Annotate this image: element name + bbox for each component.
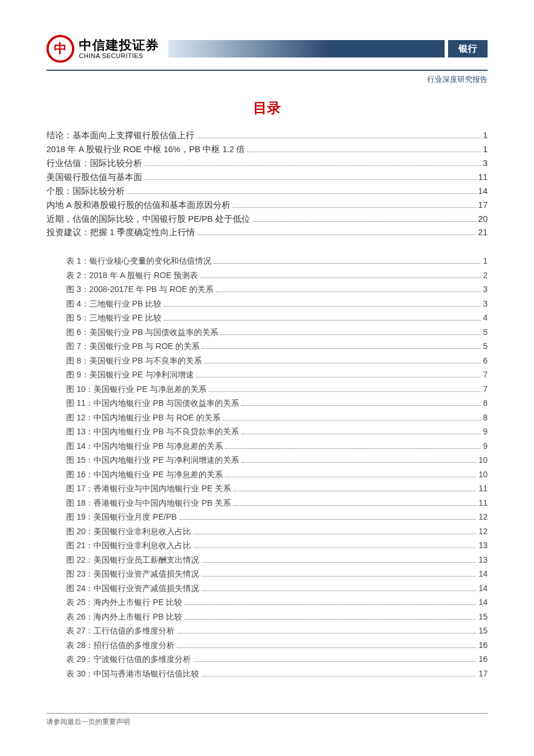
toc-section-figures: 表 1：银行业核心变量的变化和估值情况1表 2：2018 年 A 股银行 ROE… (46, 254, 488, 681)
toc-entry-label: 内地 A 股和港股银行股的估值和基本面原因分析 (46, 199, 230, 213)
toc-entry-label: 图 3：2008-2017E 年 PB 与 ROE 的关系 (66, 282, 214, 297)
toc-entry[interactable]: 图 17：香港银行业与中国内地银行业 PE 关系11 (66, 481, 488, 496)
toc-entry[interactable]: 投资建议：把握 1 季度确定性向上行情21 (46, 226, 488, 240)
company-name: 中信建投证券 CHINA SECURITIES (79, 38, 159, 59)
toc-entry[interactable]: 图 18：香港银行业与中国内地银行业 PB 关系11 (66, 496, 488, 510)
toc-entry-label: 图 5：三地银行业 PE 比较 (66, 311, 161, 325)
toc-entry[interactable]: 图 6：美国银行业 PB 与国债收益率的关系5 (66, 325, 488, 340)
toc-entry[interactable]: 结论：基本面向上支撑银行股估值上行1 (46, 129, 488, 143)
toc-leader (233, 491, 477, 491)
toc-entry-label: 图 20：美国银行业非利息收入占比 (66, 524, 191, 539)
toc-entry[interactable]: 表 30：中国与香港市场银行估值比较17 (66, 667, 488, 681)
toc-section-main: 结论：基本面向上支撑银行股估值上行12018 年 A 股银行业 ROE 中枢 1… (46, 129, 488, 240)
toc-entry-page: 7 (483, 382, 488, 397)
toc-entry[interactable]: 行业估值：国际比较分析3 (46, 157, 488, 171)
toc-entry[interactable]: 图 22：美国银行业员工薪酬支出情况13 (66, 553, 488, 567)
toc-entry-label: 图 8：美国银行业 PB 与不良率的关系 (66, 354, 202, 368)
toc-entry-label: 图 18：香港银行业与中国内地银行业 PB 关系 (66, 496, 231, 510)
toc-entry[interactable]: 表 1：银行业核心变量的变化和估值情况1 (66, 254, 488, 268)
toc-leader (209, 391, 481, 392)
footer-disclaimer: 请参阅最后一页的重要声明 (46, 717, 488, 727)
toc-entry-label: 表 29：宁波银行估值的多维度分析 (66, 652, 191, 667)
toc-entry-page: 10 (478, 453, 488, 467)
toc-entry-page: 16 (478, 638, 488, 653)
toc-entry[interactable]: 内地 A 股和港股银行股的估值和基本面原因分析17 (46, 199, 488, 213)
toc-entry-label: 图 6：美国银行业 PB 与国债收益率的关系 (66, 325, 218, 340)
toc-entry[interactable]: 近期，估值的国际比较，中国银行股 PE/PB 处于低位20 (46, 213, 488, 226)
header-right: 银行 (168, 40, 488, 57)
header-gradient-bar (168, 40, 445, 57)
toc-leader (164, 306, 481, 307)
toc-entry-page: 3 (483, 297, 488, 311)
toc-entry-page: 13 (478, 553, 488, 567)
toc-entry-page: 5 (483, 339, 488, 354)
toc-entry-label: 表 27：工行估值的多维度分析 (66, 624, 175, 638)
toc-leader (241, 434, 481, 434)
toc-entry[interactable]: 图 10：美国银行业 PE 与净息差的关系7 (66, 382, 488, 397)
company-name-en: CHINA SECURITIES (79, 52, 159, 59)
toc-entry[interactable]: 表 29：宁波银行估值的多维度分析16 (66, 652, 488, 667)
toc-entry[interactable]: 图 21：中国银行业非利息收入占比13 (66, 538, 488, 553)
toc-entry[interactable]: 图 15：中国内地银行业 PE 与净利润增速的关系10 (66, 453, 488, 467)
toc-entry-label: 图 10：美国银行业 PE 与净息差的关系 (66, 382, 207, 397)
toc-entry[interactable]: 图 3：2008-2017E 年 PB 与 ROE 的关系3 (66, 282, 488, 297)
toc-entry[interactable]: 个股：国际比较分析14 (46, 185, 488, 199)
toc-leader (252, 221, 476, 222)
toc-leader (223, 420, 481, 420)
toc-leader (201, 562, 476, 563)
company-name-cn: 中信建投证券 (79, 38, 159, 52)
toc-entry[interactable]: 图 8：美国银行业 PB 与不良率的关系6 (66, 354, 488, 368)
toc-entry[interactable]: 图 13：中国内地银行业 PB 与不良贷款率的关系9 (66, 424, 488, 439)
toc-entry[interactable]: 图 14：中国内地银行业 PB 与净息差的关系9 (66, 439, 488, 453)
toc-leader (127, 193, 476, 194)
toc-leader (196, 377, 481, 377)
toc-leader (193, 534, 476, 534)
toc-entry-label: 表 28：招行估值的多维度分析 (66, 638, 175, 653)
toc-entry-page: 3 (483, 282, 488, 297)
toc-entry-label: 美国银行股估值与基本面 (46, 171, 142, 185)
toc-entry[interactable]: 表 2：2018 年 A 股银行 ROE 预测表2 (66, 268, 488, 283)
toc-entry[interactable]: 图 19：美国银行业月度 PE/PB12 (66, 510, 488, 524)
toc-entry-page: 12 (478, 524, 488, 539)
company-logo-icon: 中 (46, 35, 74, 63)
toc-entry-page: 2 (483, 268, 488, 283)
toc-entry-page: 11 (478, 171, 488, 185)
toc-entry-label: 表 2：2018 年 A 股银行 ROE 预测表 (66, 268, 198, 283)
toc-leader (177, 633, 476, 633)
toc-entry[interactable]: 图 23：美国银行业资产减值损失情况14 (66, 567, 488, 581)
toc-entry[interactable]: 图 5：三地银行业 PE 比较4 (66, 311, 488, 325)
toc-entry[interactable]: 表 26：海内外上市银行 PB 比较15 (66, 610, 488, 624)
toc-entry[interactable]: 图 24：中国银行业资产减值损失情况14 (66, 581, 488, 596)
toc-entry[interactable]: 图 11：中国内地银行业 PB 与国债收益率的关系8 (66, 396, 488, 411)
logo: 中 中信建投证券 CHINA SECURITIES (46, 35, 159, 63)
toc-leader (145, 165, 481, 166)
toc-entry-page: 14 (478, 185, 488, 199)
toc-entry-page: 15 (478, 610, 488, 624)
toc-entry-label: 表 1：银行业核心变量的变化和估值情况 (66, 254, 211, 268)
toc-entry[interactable]: 图 9：美国银行业 PE 与净利润增速7 (66, 368, 488, 382)
toc-entry[interactable]: 图 7：美国银行业 PB 与 ROE 的关系5 (66, 339, 488, 354)
toc-entry[interactable]: 图 4：三地银行业 PB 比较3 (66, 297, 488, 311)
toc-leader (193, 548, 476, 548)
toc-entry[interactable]: 表 28：招行估值的多维度分析16 (66, 638, 488, 653)
toc-entry[interactable]: 2018 年 A 股银行业 ROE 中枢 16%，PB 中枢 1.2 倍1 (46, 143, 488, 157)
toc-entry[interactable]: 图 20：美国银行业非利息收入占比12 (66, 524, 488, 539)
header: 中 中信建投证券 CHINA SECURITIES 银行 (46, 35, 488, 63)
toc-entry-label: 行业估值：国际比较分析 (46, 157, 142, 171)
toc-leader (214, 263, 481, 264)
toc-leader (185, 604, 477, 605)
toc-entry[interactable]: 美国银行股估值与基本面11 (46, 171, 488, 185)
toc-entry[interactable]: 表 27：工行估值的多维度分析15 (66, 624, 488, 638)
toc-leader (201, 576, 476, 577)
toc-entry[interactable]: 图 12：中国内地银行业 PB 与 ROE 的关系8 (66, 411, 488, 425)
toc-entry-page: 11 (478, 481, 488, 496)
toc-entry-page: 4 (483, 311, 488, 325)
toc-entry-page: 13 (478, 538, 488, 553)
toc-entry-page: 8 (483, 411, 488, 425)
toc-entry[interactable]: 图 16：中国内地银行业 PE 与净息差的关系10 (66, 467, 488, 482)
toc-entry[interactable]: 表 25：海内外上市银行 PE 比较14 (66, 595, 488, 610)
toc-leader (197, 235, 476, 235)
toc-entry-label: 结论：基本面向上支撑银行股估值上行 (46, 129, 194, 143)
toc-entry-page: 14 (478, 595, 488, 610)
toc-entry-page: 14 (478, 581, 488, 596)
